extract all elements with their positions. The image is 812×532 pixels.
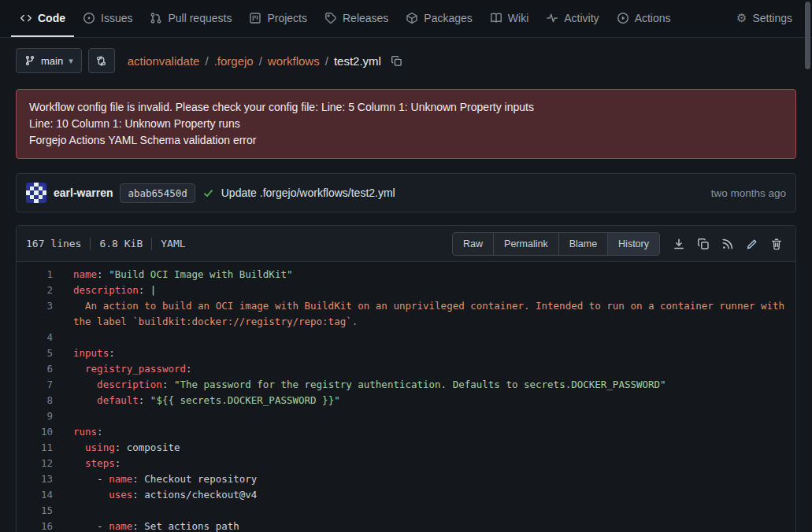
line-number[interactable]: 6: [17, 361, 61, 377]
code-line: description: |: [61, 283, 795, 298]
nav-tab-releases[interactable]: Releases: [316, 0, 397, 37]
code-row: 14 uses: actions/checkout@v4: [17, 487, 795, 503]
gear-icon: ⚙: [736, 12, 747, 24]
code-row: 1name: "Build OCI Image with BuildKit": [17, 267, 795, 283]
code-line: name: "Build OCI Image with BuildKit": [61, 267, 795, 283]
nav-tab-label: Code: [38, 12, 65, 24]
play-circle-icon: [617, 12, 629, 24]
file-info: 167 lines 6.8 KiB YAML: [26, 238, 186, 250]
permalink-button[interactable]: Permalink: [493, 232, 559, 256]
history-button[interactable]: History: [607, 232, 660, 256]
breadcrumb: actionvalidate / .forgejo / workflows / …: [128, 54, 402, 68]
avatar[interactable]: [26, 183, 46, 203]
blame-button[interactable]: Blame: [558, 232, 608, 256]
line-number[interactable]: 1: [17, 267, 61, 283]
line-number[interactable]: 7: [17, 377, 61, 393]
line-number[interactable]: 16: [17, 519, 61, 532]
code-row: 8 default: "${{ secrets.DOCKER_PASSWORD …: [17, 393, 795, 408]
code-row: 9: [17, 408, 795, 424]
branch-selector[interactable]: main ▾: [16, 48, 82, 73]
delete-trash-icon[interactable]: [770, 238, 783, 250]
code-row: 10runs:: [17, 424, 795, 440]
file-language: YAML: [161, 238, 185, 249]
line-number[interactable]: 13: [17, 471, 61, 487]
error-line: Forgejo Actions YAML Schema validation e…: [29, 132, 783, 149]
breadcrumb-dir-link[interactable]: .forgejo: [214, 54, 254, 68]
code-row: 3 An action to build an OCI image with B…: [17, 298, 795, 330]
code-line: steps:: [61, 456, 795, 471]
rss-icon[interactable]: [721, 238, 734, 250]
code-row: 2description: |: [17, 283, 795, 298]
commit-author[interactable]: earl-warren: [54, 187, 113, 199]
line-number[interactable]: 12: [17, 456, 61, 471]
line-number[interactable]: 3: [17, 298, 61, 330]
code-line: inputs:: [61, 345, 795, 361]
error-line: Line: 10 Column 1: Unknown Property runs: [29, 116, 783, 132]
nav-tab-label: Wiki: [508, 12, 528, 24]
line-number[interactable]: 4: [17, 330, 61, 345]
code-row: 15: [17, 503, 795, 519]
git-branch-icon: [24, 55, 35, 66]
commit-sha-button[interactable]: abab65450d: [120, 183, 195, 203]
copy-content-icon[interactable]: [697, 238, 710, 250]
code-row: 11 using: composite: [17, 440, 795, 456]
commit-status-check-icon[interactable]: [202, 187, 214, 199]
nav-tab-projects[interactable]: Projects: [240, 0, 316, 37]
code-line: An action to build an OCI image with Bui…: [61, 298, 795, 330]
nav-tab-pull-requests[interactable]: Pull requests: [141, 0, 240, 37]
code-row: 4: [17, 330, 795, 345]
line-number[interactable]: 8: [17, 393, 61, 408]
line-number[interactable]: 11: [17, 440, 61, 456]
repo-tabs-bar: Code Issues Pull requests Projects Relea…: [0, 0, 812, 38]
commit-message[interactable]: Update .forgejo/workflows/test2.yml: [221, 187, 395, 199]
code-line: uses: actions/checkout@v4: [61, 487, 795, 503]
code-row: 7 description: "The password for the reg…: [17, 377, 795, 393]
scrollbar-thumb[interactable]: [805, 2, 810, 69]
nav-tab-packages[interactable]: Packages: [397, 0, 480, 37]
breadcrumb-repo-link[interactable]: actionvalidate: [128, 54, 200, 68]
nav-tab-label: Packages: [424, 12, 472, 24]
code-line: registry_password:: [61, 361, 795, 377]
copy-path-icon[interactable]: [391, 55, 402, 67]
repo-file-header: main ▾ actionvalidate / .forgejo / workf…: [0, 38, 812, 81]
tag-icon: [324, 12, 337, 24]
download-icon[interactable]: [673, 238, 685, 250]
line-number[interactable]: 14: [17, 487, 61, 503]
chevron-down-icon: ▾: [69, 56, 73, 66]
breadcrumb-separator: /: [259, 54, 262, 68]
latest-commit-header: earl-warren abab65450d Update .forgejo/w…: [16, 173, 796, 212]
code-row: 13 - name: Checkout repository: [17, 471, 795, 487]
nav-tab-wiki[interactable]: Wiki: [481, 0, 537, 37]
file-line-count: 167 lines: [26, 238, 81, 249]
divider: [90, 238, 91, 250]
nav-tab-activity[interactable]: Activity: [537, 0, 607, 37]
line-number[interactable]: 2: [17, 283, 61, 298]
line-number[interactable]: 9: [17, 408, 61, 424]
code-line: [61, 408, 795, 424]
book-icon: [490, 12, 502, 24]
issue-icon: [83, 12, 95, 24]
breadcrumb-dir-link[interactable]: workflows: [268, 54, 320, 68]
git-compare-icon: [95, 55, 107, 67]
nav-tab-settings[interactable]: ⚙ Settings: [728, 0, 801, 37]
raw-button[interactable]: Raw: [452, 232, 494, 256]
line-number[interactable]: 5: [17, 345, 61, 361]
line-number[interactable]: 10: [17, 424, 61, 440]
line-number[interactable]: 15: [17, 503, 61, 519]
nav-tab-actions[interactable]: Actions: [608, 0, 680, 37]
nav-tab-label: Releases: [343, 12, 388, 24]
pulse-icon: [546, 12, 558, 24]
edit-pencil-icon[interactable]: [746, 238, 758, 250]
nav-tab-issues[interactable]: Issues: [74, 0, 141, 37]
nav-tab-label: Activity: [564, 12, 599, 24]
file-view: 167 lines 6.8 KiB YAML Raw Permalink Bla…: [16, 225, 796, 532]
code-row: 5inputs:: [17, 345, 795, 361]
compare-button[interactable]: [88, 48, 115, 73]
code-line: runs:: [61, 424, 795, 440]
breadcrumb-separator: /: [205, 54, 208, 68]
nav-tab-label: Settings: [752, 12, 792, 24]
code-row: 12 steps:: [17, 456, 795, 471]
commit-time: two months ago: [711, 187, 786, 199]
code-view: 1name: "Build OCI Image with BuildKit"2d…: [17, 262, 795, 532]
nav-tab-code[interactable]: Code: [11, 0, 74, 37]
